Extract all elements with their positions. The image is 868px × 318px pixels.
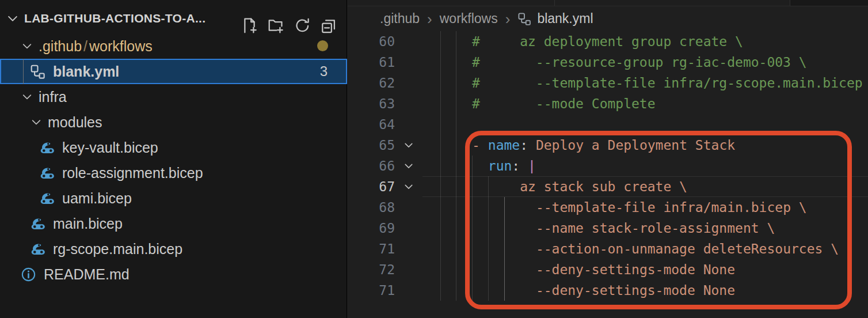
breadcrumb-segment[interactable]: .github bbox=[380, 11, 420, 26]
project-title: LAB-GITHUB-ACTIONS-TO-A... bbox=[24, 12, 205, 25]
tree-item-label: key-vault.bicep bbox=[62, 139, 158, 156]
tree-item-label: infra bbox=[39, 89, 67, 105]
tree-item-main.bicep[interactable]: main.bicep bbox=[0, 211, 347, 236]
tree-item-label: blank.yml bbox=[53, 63, 119, 80]
code-text bbox=[422, 114, 424, 135]
editor-tab[interactable] bbox=[348, 0, 555, 6]
code-text: --action-on-unmanage deleteResources \ bbox=[422, 238, 839, 259]
editor-tab[interactable] bbox=[555, 0, 790, 6]
chevron-down-icon bbox=[30, 116, 43, 128]
vscode-window: LAB-GITHUB-ACTIONS-TO-A... .github/workf… bbox=[0, 0, 868, 318]
tree-item-label: README.md bbox=[44, 266, 130, 283]
fold-gutter bbox=[395, 73, 422, 93]
breadcrumb-separator: › bbox=[427, 12, 432, 26]
breadcrumb-separator: › bbox=[505, 12, 511, 26]
fold-gutter bbox=[395, 218, 422, 238]
git-modified-dot bbox=[317, 40, 328, 51]
workflow-icon bbox=[30, 64, 45, 80]
code-line-64[interactable]: 64 bbox=[348, 114, 868, 135]
code-text: # --mode Complete bbox=[422, 93, 656, 114]
new-folder-button[interactable] bbox=[268, 17, 284, 34]
line-number: 71 bbox=[348, 238, 395, 259]
code-line-71[interactable]: 71 --action-on-unmanage deleteResources … bbox=[348, 238, 868, 259]
breadcrumb-file[interactable]: blank.yml bbox=[517, 11, 593, 26]
info-icon bbox=[21, 267, 36, 282]
line-number: 71 bbox=[348, 280, 395, 301]
tree-item-readme.md[interactable]: README.md bbox=[0, 262, 347, 287]
fold-chevron-icon[interactable] bbox=[395, 156, 422, 176]
indent-guide bbox=[456, 31, 456, 301]
tree-item-.github-workflows[interactable]: .github/workflows bbox=[0, 33, 347, 59]
fold-chevron-icon[interactable] bbox=[395, 176, 422, 197]
code-line-71[interactable]: 71 --deny-settings-mode None bbox=[348, 280, 868, 301]
tree-item-label: role-assignment.bicep bbox=[62, 165, 203, 181]
tree-item-blank.yml[interactable]: blank.yml3 bbox=[0, 59, 347, 84]
code-line-69[interactable]: 69 --name stack-role-assignment \ bbox=[348, 218, 868, 238]
fold-gutter bbox=[395, 238, 422, 259]
tree-item-label: .github/workflows bbox=[39, 38, 153, 55]
bicep-icon bbox=[30, 216, 45, 232]
fold-chevron-icon[interactable] bbox=[395, 135, 422, 156]
editor-pane: .github›workflows›blank.yml 60 # az depl… bbox=[348, 0, 868, 318]
fold-gutter bbox=[395, 197, 422, 218]
tree-item-key-vault.bicep[interactable]: key-vault.bicep bbox=[0, 135, 347, 160]
code-area[interactable]: 60 # az deployment group create \61 # --… bbox=[348, 31, 868, 318]
fold-gutter bbox=[395, 280, 422, 301]
tab-bar[interactable] bbox=[348, 0, 868, 6]
chevron-down-icon bbox=[21, 40, 33, 52]
chevron-down-icon[interactable] bbox=[6, 12, 20, 25]
code-line-65[interactable]: 65 - name: Deploy a Deployment Stack bbox=[348, 135, 868, 156]
code-line-61[interactable]: 61 # --resource-group rg-iac-demo-003 \ bbox=[348, 52, 868, 73]
indent-guide bbox=[488, 176, 489, 301]
code-text: --name stack-role-assignment \ bbox=[422, 218, 775, 238]
bicep-icon bbox=[39, 165, 55, 181]
tree-item-modules[interactable]: modules bbox=[0, 109, 347, 135]
explorer-sidebar: LAB-GITHUB-ACTIONS-TO-A... .github/workf… bbox=[0, 0, 347, 318]
code-line-67[interactable]: 67 az stack sub create \ bbox=[348, 176, 868, 197]
workflow-icon bbox=[517, 12, 531, 26]
indent-guide bbox=[472, 156, 473, 301]
code-line-66[interactable]: 66 run: | bbox=[348, 156, 868, 176]
indent-guide bbox=[440, 31, 441, 301]
fold-gutter bbox=[395, 259, 422, 280]
code-text: # az deployment group create \ bbox=[422, 31, 743, 52]
line-number: 64 bbox=[348, 114, 395, 135]
line-number: 65 bbox=[348, 135, 395, 156]
code-line-60[interactable]: 60 # az deployment group create \ bbox=[348, 31, 868, 52]
tree-item-uami.bicep[interactable]: uami.bicep bbox=[0, 186, 347, 211]
collapse-all-button[interactable] bbox=[321, 17, 337, 34]
breadcrumb: .github›workflows›blank.yml bbox=[348, 7, 868, 31]
tree-item-rg-scope.main.bicep[interactable]: rg-scope.main.bicep bbox=[0, 236, 347, 262]
refresh-button[interactable] bbox=[294, 17, 311, 34]
tree-item-label: modules bbox=[48, 114, 102, 131]
tree-item-label: main.bicep bbox=[53, 215, 123, 232]
line-number: 68 bbox=[348, 197, 395, 218]
code-line-62[interactable]: 62 # --template-file infra/rg-scope.main… bbox=[348, 73, 868, 93]
code-line-72[interactable]: 72 --deny-settings-mode None bbox=[348, 259, 868, 280]
line-number: 69 bbox=[348, 218, 395, 238]
code-line-63[interactable]: 63 # --mode Complete bbox=[348, 93, 868, 114]
chevron-down-icon bbox=[21, 90, 33, 103]
line-number: 67 bbox=[348, 176, 395, 197]
code-text: - name: Deploy a Deployment Stack bbox=[422, 135, 735, 156]
tree-item-role-assignment.bicep[interactable]: role-assignment.bicep bbox=[0, 160, 347, 186]
line-number: 63 bbox=[348, 93, 395, 114]
fold-gutter bbox=[395, 93, 422, 114]
line-number: 62 bbox=[348, 73, 395, 93]
line-number: 66 bbox=[348, 156, 395, 176]
code-line-68[interactable]: 68 --template-file infra/main.bicep \ bbox=[348, 197, 868, 218]
code-text: run: | bbox=[422, 156, 536, 176]
indent-guide bbox=[504, 197, 505, 301]
problems-badge: 3 bbox=[320, 63, 328, 80]
breadcrumb-segment[interactable]: workflows bbox=[440, 11, 498, 26]
tree-item-label: uami.bicep bbox=[62, 190, 132, 207]
tree-indent-guide bbox=[23, 59, 24, 84]
explorer-section-header[interactable]: LAB-GITHUB-ACTIONS-TO-A... bbox=[0, 7, 347, 30]
line-number: 72 bbox=[348, 259, 395, 280]
code-text: # --template-file infra/rg-scope.main.bi… bbox=[422, 73, 868, 93]
tree-item-label: rg-scope.main.bicep bbox=[53, 241, 182, 258]
new-file-button[interactable] bbox=[241, 17, 258, 34]
tree-item-infra[interactable]: infra bbox=[0, 84, 347, 109]
code-text: --template-file infra/main.bicep \ bbox=[422, 197, 807, 218]
bicep-icon bbox=[39, 191, 55, 206]
